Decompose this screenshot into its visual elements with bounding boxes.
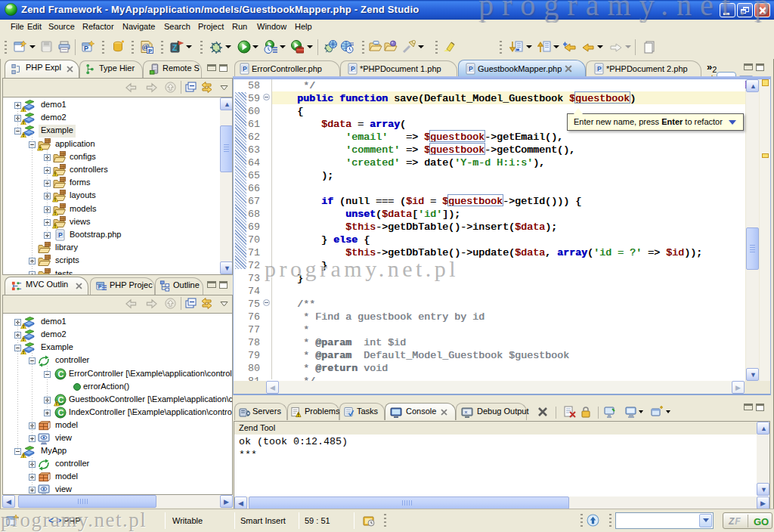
svg-text:P: P <box>84 45 88 52</box>
svg-text:P: P <box>148 48 153 54</box>
svg-text:Z: Z <box>172 44 177 52</box>
